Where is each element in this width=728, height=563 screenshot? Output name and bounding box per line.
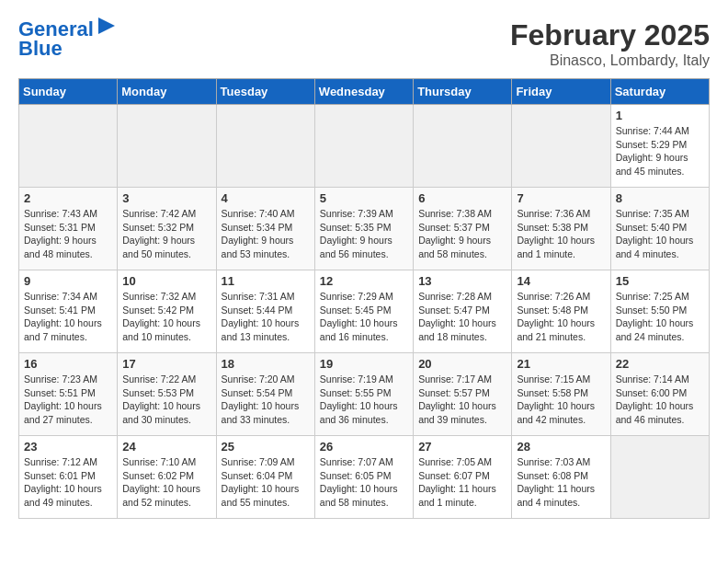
calendar-cell: 6Sunrise: 7:38 AM Sunset: 5:37 PM Daylig…: [414, 188, 512, 270]
weekday-header-row: SundayMondayTuesdayWednesdayThursdayFrid…: [19, 79, 710, 105]
day-number: 11: [222, 274, 310, 288]
calendar-cell: 24Sunrise: 7:10 AM Sunset: 6:02 PM Dayli…: [118, 436, 216, 519]
day-number: 1: [616, 109, 704, 122]
calendar-cell: [118, 105, 216, 188]
day-number: 23: [24, 440, 112, 454]
calendar-cell: 18Sunrise: 7:20 AM Sunset: 5:54 PM Dayli…: [216, 353, 314, 436]
calendar-cell: 23Sunrise: 7:12 AM Sunset: 6:01 PM Dayli…: [19, 436, 118, 519]
calendar-cell: 20Sunrise: 7:17 AM Sunset: 5:57 PM Dayli…: [414, 353, 512, 436]
day-info: Sunrise: 7:31 AM Sunset: 5:44 PM Dayligh…: [222, 290, 310, 344]
day-info: Sunrise: 7:07 AM Sunset: 6:05 PM Dayligh…: [320, 455, 408, 510]
day-info: Sunrise: 7:22 AM Sunset: 5:53 PM Dayligh…: [122, 373, 210, 427]
calendar-cell: 22Sunrise: 7:14 AM Sunset: 6:00 PM Dayli…: [610, 353, 709, 436]
page-header: General Blue February 2025 Binasco, Lomb…: [18, 18, 710, 69]
day-number: 25: [222, 440, 310, 454]
weekday-header-cell: Monday: [118, 79, 216, 105]
calendar-week-row: 1Sunrise: 7:44 AM Sunset: 5:29 PM Daylig…: [19, 105, 710, 188]
calendar-cell: 1Sunrise: 7:44 AM Sunset: 5:29 PM Daylig…: [610, 105, 709, 188]
weekday-header-cell: Sunday: [19, 79, 118, 105]
calendar-cell: [610, 436, 709, 519]
calendar-cell: 3Sunrise: 7:42 AM Sunset: 5:32 PM Daylig…: [118, 188, 216, 270]
day-number: 5: [320, 191, 408, 205]
weekday-header-cell: Thursday: [414, 79, 512, 105]
day-info: Sunrise: 7:03 AM Sunset: 6:08 PM Dayligh…: [517, 455, 605, 510]
calendar-table: SundayMondayTuesdayWednesdayThursdayFrid…: [18, 78, 710, 519]
calendar-cell: 12Sunrise: 7:29 AM Sunset: 5:45 PM Dayli…: [314, 270, 413, 353]
calendar-cell: 10Sunrise: 7:32 AM Sunset: 5:42 PM Dayli…: [118, 270, 216, 353]
day-info: Sunrise: 7:17 AM Sunset: 5:57 PM Dayligh…: [418, 373, 506, 427]
day-number: 13: [418, 274, 506, 288]
calendar-cell: 17Sunrise: 7:22 AM Sunset: 5:53 PM Dayli…: [118, 353, 216, 436]
calendar-cell: 15Sunrise: 7:25 AM Sunset: 5:50 PM Dayli…: [610, 270, 709, 353]
day-info: Sunrise: 7:09 AM Sunset: 6:04 PM Dayligh…: [222, 455, 310, 510]
day-info: Sunrise: 7:26 AM Sunset: 5:48 PM Dayligh…: [517, 290, 605, 344]
day-info: Sunrise: 7:35 AM Sunset: 5:40 PM Dayligh…: [616, 207, 704, 261]
day-number: 15: [616, 274, 704, 288]
day-number: 14: [517, 274, 605, 288]
day-info: Sunrise: 7:20 AM Sunset: 5:54 PM Dayligh…: [222, 373, 310, 427]
day-number: 4: [222, 191, 310, 205]
calendar-week-row: 16Sunrise: 7:23 AM Sunset: 5:51 PM Dayli…: [19, 353, 710, 436]
calendar-cell: [19, 105, 118, 188]
weekday-header-cell: Saturday: [610, 79, 709, 105]
logo: General Blue: [18, 18, 117, 61]
calendar-cell: 2Sunrise: 7:43 AM Sunset: 5:31 PM Daylig…: [19, 188, 118, 270]
main-title: February 2025: [510, 18, 710, 52]
day-number: 20: [418, 357, 506, 371]
day-info: Sunrise: 7:29 AM Sunset: 5:45 PM Dayligh…: [320, 290, 408, 344]
calendar-cell: [512, 105, 610, 188]
calendar-cell: 21Sunrise: 7:15 AM Sunset: 5:58 PM Dayli…: [512, 353, 610, 436]
day-number: 18: [222, 357, 310, 371]
day-info: Sunrise: 7:05 AM Sunset: 6:07 PM Dayligh…: [418, 455, 506, 510]
calendar-cell: 13Sunrise: 7:28 AM Sunset: 5:47 PM Dayli…: [414, 270, 512, 353]
day-info: Sunrise: 7:10 AM Sunset: 6:02 PM Dayligh…: [122, 455, 210, 510]
calendar-week-row: 23Sunrise: 7:12 AM Sunset: 6:01 PM Dayli…: [19, 436, 710, 519]
calendar-cell: 9Sunrise: 7:34 AM Sunset: 5:41 PM Daylig…: [19, 270, 118, 353]
day-number: 21: [517, 357, 605, 371]
day-number: 19: [320, 357, 408, 371]
calendar-cell: [314, 105, 413, 188]
calendar-cell: 27Sunrise: 7:05 AM Sunset: 6:07 PM Dayli…: [414, 436, 512, 519]
logo-icon: [97, 16, 117, 36]
calendar-body: 1Sunrise: 7:44 AM Sunset: 5:29 PM Daylig…: [19, 105, 710, 519]
day-number: 2: [24, 191, 112, 205]
day-info: Sunrise: 7:42 AM Sunset: 5:32 PM Dayligh…: [122, 207, 210, 261]
title-area: February 2025 Binasco, Lombardy, Italy: [510, 18, 710, 69]
day-number: 7: [517, 191, 605, 205]
day-info: Sunrise: 7:19 AM Sunset: 5:55 PM Dayligh…: [320, 373, 408, 427]
calendar-cell: [216, 105, 314, 188]
weekday-header-cell: Friday: [512, 79, 610, 105]
calendar-cell: 8Sunrise: 7:35 AM Sunset: 5:40 PM Daylig…: [610, 188, 709, 270]
calendar-cell: 5Sunrise: 7:39 AM Sunset: 5:35 PM Daylig…: [314, 188, 413, 270]
svg-marker-0: [98, 17, 115, 34]
day-info: Sunrise: 7:23 AM Sunset: 5:51 PM Dayligh…: [24, 373, 112, 427]
calendar-cell: 16Sunrise: 7:23 AM Sunset: 5:51 PM Dayli…: [19, 353, 118, 436]
calendar-cell: 14Sunrise: 7:26 AM Sunset: 5:48 PM Dayli…: [512, 270, 610, 353]
day-info: Sunrise: 7:25 AM Sunset: 5:50 PM Dayligh…: [616, 290, 704, 344]
day-number: 17: [122, 357, 210, 371]
day-number: 28: [517, 440, 605, 454]
weekday-header-cell: Wednesday: [314, 79, 413, 105]
calendar-cell: 28Sunrise: 7:03 AM Sunset: 6:08 PM Dayli…: [512, 436, 610, 519]
calendar-cell: [414, 105, 512, 188]
day-info: Sunrise: 7:12 AM Sunset: 6:01 PM Dayligh…: [24, 455, 112, 510]
day-number: 10: [122, 274, 210, 288]
day-number: 12: [320, 274, 408, 288]
day-info: Sunrise: 7:43 AM Sunset: 5:31 PM Dayligh…: [24, 207, 112, 261]
day-number: 6: [418, 191, 506, 205]
day-info: Sunrise: 7:15 AM Sunset: 5:58 PM Dayligh…: [517, 373, 605, 427]
day-info: Sunrise: 7:28 AM Sunset: 5:47 PM Dayligh…: [418, 290, 506, 344]
day-info: Sunrise: 7:36 AM Sunset: 5:38 PM Dayligh…: [517, 207, 605, 261]
weekday-header-cell: Tuesday: [216, 79, 314, 105]
calendar-week-row: 9Sunrise: 7:34 AM Sunset: 5:41 PM Daylig…: [19, 270, 710, 353]
day-info: Sunrise: 7:38 AM Sunset: 5:37 PM Dayligh…: [418, 207, 506, 261]
calendar-cell: 4Sunrise: 7:40 AM Sunset: 5:34 PM Daylig…: [216, 188, 314, 270]
day-number: 16: [24, 357, 112, 371]
day-info: Sunrise: 7:40 AM Sunset: 5:34 PM Dayligh…: [222, 207, 310, 261]
day-info: Sunrise: 7:39 AM Sunset: 5:35 PM Dayligh…: [320, 207, 408, 261]
day-number: 24: [122, 440, 210, 454]
sub-title: Binasco, Lombardy, Italy: [510, 52, 710, 69]
calendar-cell: 7Sunrise: 7:36 AM Sunset: 5:38 PM Daylig…: [512, 188, 610, 270]
calendar-cell: 11Sunrise: 7:31 AM Sunset: 5:44 PM Dayli…: [216, 270, 314, 353]
day-number: 22: [616, 357, 704, 371]
